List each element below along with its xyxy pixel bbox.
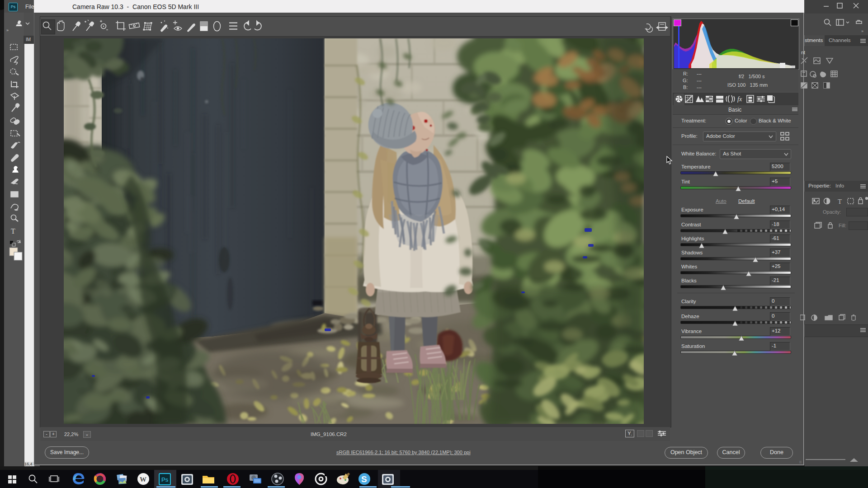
- svg-text:S: S: [361, 474, 367, 484]
- svg-text:Ps: Ps: [161, 476, 169, 483]
- svg-text:T: T: [838, 198, 842, 205]
- svg-text:W: W: [140, 476, 146, 483]
- svg-text:T: T: [11, 227, 15, 235]
- svg-text:fx: fx: [737, 96, 742, 103]
